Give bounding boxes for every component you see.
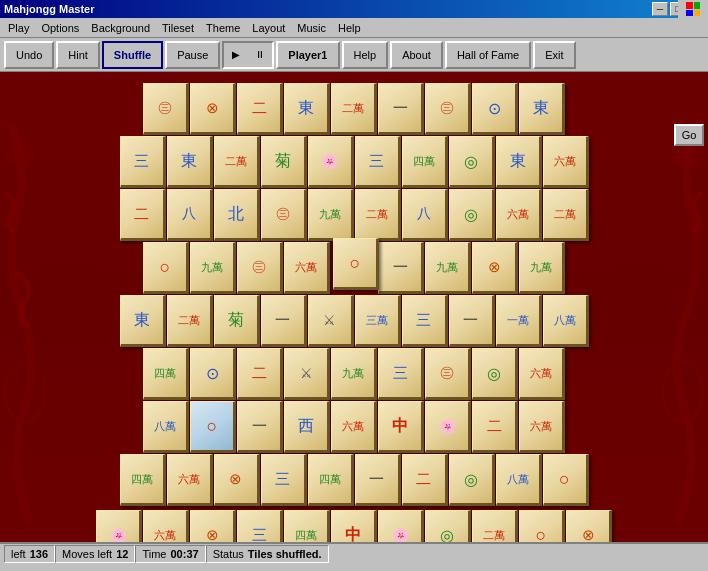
tile[interactable] [519,401,565,453]
tile[interactable] [143,83,189,135]
tile[interactable] [496,454,542,506]
tile[interactable] [284,510,330,542]
tile[interactable] [120,136,166,188]
undo-button[interactable]: Undo [4,41,54,69]
menu-music[interactable]: Music [291,20,332,36]
pause-button[interactable]: Pause [165,41,220,69]
tile[interactable] [425,83,471,135]
tile[interactable] [519,242,565,294]
tile[interactable] [472,401,518,453]
tile[interactable] [355,295,401,347]
tile[interactable] [496,295,542,347]
tile[interactable] [190,510,236,542]
menu-tileset[interactable]: Tileset [156,20,200,36]
tile[interactable] [331,401,377,453]
tile[interactable] [214,454,260,506]
menu-background[interactable]: Background [85,20,156,36]
tile[interactable] [449,454,495,506]
tile[interactable] [167,136,213,188]
tile[interactable] [167,454,213,506]
tile[interactable] [143,242,189,294]
tile[interactable] [402,189,448,241]
tile[interactable] [143,510,189,542]
tile[interactable] [543,454,589,506]
tile[interactable] [543,295,589,347]
tile[interactable] [308,189,354,241]
hint-button[interactable]: Hint [56,41,100,69]
tile[interactable] [519,348,565,400]
go-button[interactable]: Go [674,124,704,146]
tile[interactable] [214,136,260,188]
tile[interactable] [402,136,448,188]
menu-theme[interactable]: Theme [200,20,246,36]
tile[interactable] [143,401,189,453]
tile[interactable] [449,136,495,188]
tile[interactable] [355,136,401,188]
tile[interactable] [214,295,260,347]
help-button[interactable]: Help [342,41,389,69]
tile[interactable] [425,510,471,542]
tile[interactable] [120,189,166,241]
tile[interactable] [543,136,589,188]
tile[interactable] [308,136,354,188]
tile[interactable] [96,510,142,542]
tile[interactable] [333,238,379,290]
tile[interactable] [120,454,166,506]
menu-options[interactable]: Options [35,20,85,36]
tile[interactable] [472,83,518,135]
tile[interactable] [378,83,424,135]
tile[interactable] [237,510,283,542]
minimize-button[interactable]: ─ [652,2,668,16]
tile[interactable] [402,295,448,347]
menu-play[interactable]: Play [2,20,35,36]
tile[interactable] [355,454,401,506]
tile[interactable] [237,242,283,294]
tile[interactable] [472,510,518,542]
tile[interactable] [378,348,424,400]
exit-button[interactable]: Exit [533,41,575,69]
tile[interactable] [120,295,166,347]
tile[interactable] [402,454,448,506]
tile[interactable] [284,401,330,453]
tile[interactable] [308,454,354,506]
about-button[interactable]: About [390,41,443,69]
tile[interactable] [472,348,518,400]
tile[interactable] [308,295,354,347]
tile[interactable] [472,242,518,294]
tile[interactable] [261,295,307,347]
menu-help[interactable]: Help [332,20,367,36]
tile[interactable] [190,83,236,135]
tile[interactable] [284,242,330,294]
tile[interactable] [331,348,377,400]
tile[interactable] [425,348,471,400]
tile[interactable] [425,242,471,294]
shuffle-button[interactable]: Shuffle [102,41,163,69]
tile[interactable] [331,510,377,542]
tile[interactable] [566,510,612,542]
tile[interactable] [496,136,542,188]
tile[interactable] [519,83,565,135]
tile[interactable] [284,348,330,400]
tile[interactable] [237,348,283,400]
tile[interactable] [261,454,307,506]
tile[interactable] [214,189,260,241]
tile[interactable] [261,136,307,188]
tile[interactable] [331,83,377,135]
tile[interactable] [167,295,213,347]
tile[interactable] [449,295,495,347]
pause-icon-button[interactable]: ⏸ [248,43,272,67]
tile[interactable] [284,83,330,135]
tile[interactable] [190,401,236,453]
tile[interactable] [378,510,424,542]
halloffame-button[interactable]: Hall of Fame [445,41,531,69]
play-button[interactable]: ▶ [224,43,248,67]
tile[interactable] [449,189,495,241]
tile[interactable] [496,189,542,241]
tile[interactable] [378,401,424,453]
tile[interactable] [261,189,307,241]
tile[interactable] [237,401,283,453]
tile[interactable] [143,348,189,400]
tile[interactable] [355,189,401,241]
tile[interactable] [519,510,565,542]
tile[interactable] [425,401,471,453]
